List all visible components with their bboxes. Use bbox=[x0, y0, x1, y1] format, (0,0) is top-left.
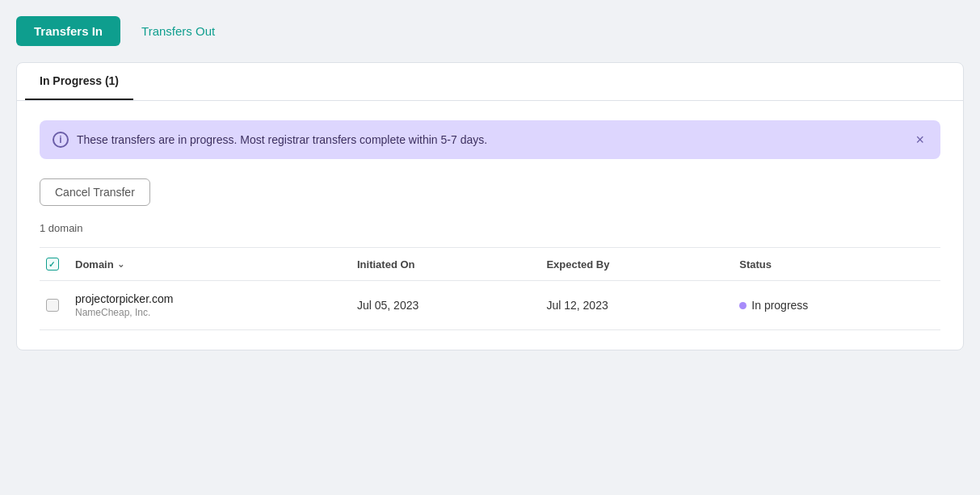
domain-sort-icon[interactable]: ⌄ bbox=[117, 259, 124, 270]
row-expected-by: Jul 12, 2023 bbox=[540, 281, 733, 330]
table-header-checkbox: ✓ bbox=[40, 248, 69, 281]
tab-in-progress[interactable]: In Progress (1) bbox=[25, 63, 133, 100]
cancel-transfer-button[interactable]: Cancel Transfer bbox=[40, 178, 150, 206]
table-header-initiated-on: Initiated On bbox=[351, 248, 540, 281]
table-header-expected-by: Expected By bbox=[540, 248, 733, 281]
close-banner-button[interactable]: × bbox=[912, 132, 927, 147]
row-checkbox[interactable] bbox=[46, 299, 59, 312]
row-domain-cell: projectorpicker.com NameCheap, Inc. bbox=[69, 281, 351, 330]
info-icon: i bbox=[53, 132, 69, 148]
domain-count: 1 domain bbox=[40, 222, 940, 234]
inner-tabs: In Progress (1) bbox=[17, 63, 963, 101]
info-banner-left: i These transfers are in progress. Most … bbox=[53, 132, 487, 148]
row-domain-name: projectorpicker.com bbox=[75, 292, 344, 305]
main-card: In Progress (1) i These transfers are in… bbox=[16, 62, 964, 350]
info-banner: i These transfers are in progress. Most … bbox=[40, 120, 940, 159]
table-header-domain: Domain ⌄ bbox=[69, 248, 351, 281]
card-body: i These transfers are in progress. Most … bbox=[17, 101, 963, 350]
header-checkbox[interactable]: ✓ bbox=[46, 258, 59, 271]
row-domain-registrar: NameCheap, Inc. bbox=[75, 307, 344, 318]
tab-transfers-out[interactable]: Transfers Out bbox=[124, 16, 233, 46]
tab-transfers-in[interactable]: Transfers In bbox=[16, 16, 120, 46]
domain-table: ✓ Domain ⌄ Initiated On Expected By Stat… bbox=[40, 247, 940, 330]
row-initiated-on: Jul 05, 2023 bbox=[351, 281, 540, 330]
row-status: In progress bbox=[733, 281, 940, 330]
info-banner-text: These transfers are in progress. Most re… bbox=[77, 133, 487, 146]
status-label: In progress bbox=[751, 299, 808, 312]
table-row: projectorpicker.com NameCheap, Inc. Jul … bbox=[40, 281, 940, 330]
row-checkbox-cell bbox=[40, 281, 69, 330]
table-header-status: Status bbox=[733, 248, 940, 281]
header-checkmark: ✓ bbox=[48, 260, 57, 268]
status-dot bbox=[739, 302, 747, 309]
